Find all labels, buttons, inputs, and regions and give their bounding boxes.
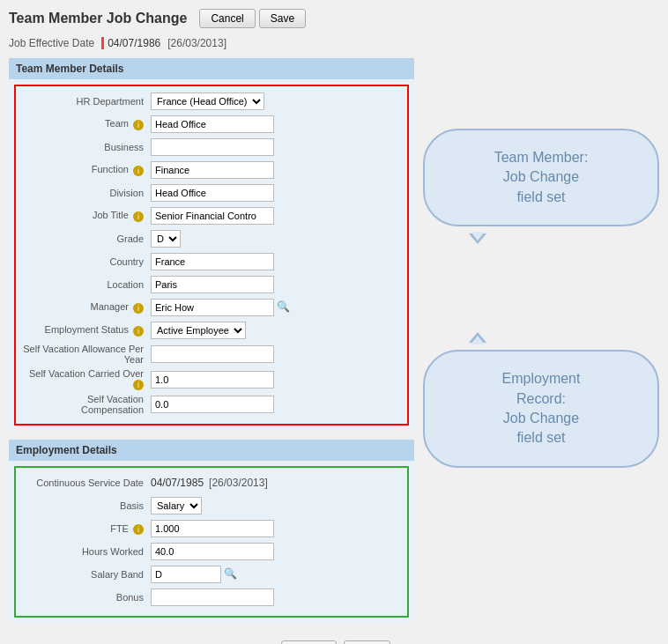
job-title-label: Job Title i (23, 210, 151, 221)
bottom-speech-bubble: Employment Record: Job Change field set (423, 350, 659, 468)
salary-band-input[interactable] (151, 566, 221, 583)
effective-date-label: Job Effective Date (9, 37, 94, 49)
location-input[interactable] (151, 276, 274, 293)
location-label: Location (23, 279, 151, 290)
top-speech-bubble: Team Member: Job Change field set (423, 129, 659, 226)
fte-info-icon: i (133, 524, 144, 535)
employment-section-header: Employment Details (9, 440, 414, 461)
save-button-bottom[interactable]: Save (344, 640, 390, 644)
grade-select[interactable]: D (151, 230, 181, 248)
self-vacation-allowance-input[interactable] (151, 345, 274, 363)
self-vacation-carried-input[interactable] (151, 371, 274, 389)
division-label: Division (23, 188, 151, 198)
employment-status-select[interactable]: Active Employee (151, 322, 246, 339)
effective-date-bracket: [26/03/2013] (167, 37, 226, 49)
manager-label: Manager i (23, 301, 151, 313)
hours-worked-input[interactable] (151, 543, 274, 560)
country-input[interactable] (151, 253, 274, 270)
manager-search-icon[interactable] (277, 300, 291, 315)
team-member-section-header: Team Member Details (9, 58, 414, 79)
team-input[interactable] (151, 115, 274, 133)
manager-input[interactable] (151, 299, 274, 316)
employment-status-info-icon: i (133, 326, 144, 337)
country-label: Country (23, 256, 151, 267)
self-vacation-compensation-label: Self Vacation Compensation (23, 394, 151, 415)
business-label: Business (23, 142, 151, 152)
basis-label: Basis (23, 500, 151, 511)
bonus-input[interactable] (151, 588, 274, 606)
save-button-top[interactable]: Save (259, 9, 306, 28)
self-vacation-carried-info-icon: i (133, 380, 144, 390)
bonus-label: Bonus (23, 592, 151, 603)
team-label: Team i (23, 118, 151, 130)
fte-input[interactable] (151, 520, 274, 537)
effective-date-value: 04/07/1986 (101, 37, 160, 49)
function-input[interactable] (151, 161, 274, 179)
employment-status-label: Employment Status i (23, 324, 151, 336)
self-vacation-carried-label: Self Vacation Carried Over i (23, 368, 151, 390)
job-title-input[interactable] (151, 207, 274, 225)
hours-worked-label: Hours Worked (23, 546, 151, 557)
cancel-button-top[interactable]: Cancel (199, 9, 255, 28)
basis-select[interactable]: Salary (151, 497, 202, 514)
business-input[interactable] (151, 138, 274, 156)
division-input[interactable] (151, 184, 274, 202)
fte-label: FTE i (23, 523, 151, 535)
self-vacation-compensation-input[interactable] (151, 396, 274, 413)
cancel-button-bottom[interactable]: Cancel (281, 640, 337, 644)
page-title: Team Member Job Change (9, 11, 187, 26)
hr-department-label: HR Department (23, 96, 151, 107)
hr-department-select[interactable]: France (Head Office) (151, 93, 264, 110)
continuous-service-bracket: [26/03/2013] (209, 477, 268, 489)
continuous-service-label: Continuous Service Date (23, 477, 151, 488)
continuous-service-value: 04/07/1985 (151, 477, 204, 489)
salary-band-search-icon[interactable] (224, 567, 238, 581)
team-info-icon: i (133, 120, 144, 130)
self-vacation-allowance-label: Self Vacation Allowance Per Year (23, 344, 151, 365)
function-info-icon: i (133, 166, 144, 176)
salary-band-label: Salary Band (23, 569, 151, 580)
grade-label: Grade (23, 233, 151, 244)
job-title-info-icon: i (133, 211, 144, 222)
manager-info-icon: i (133, 303, 144, 314)
function-label: Function i (23, 164, 151, 175)
